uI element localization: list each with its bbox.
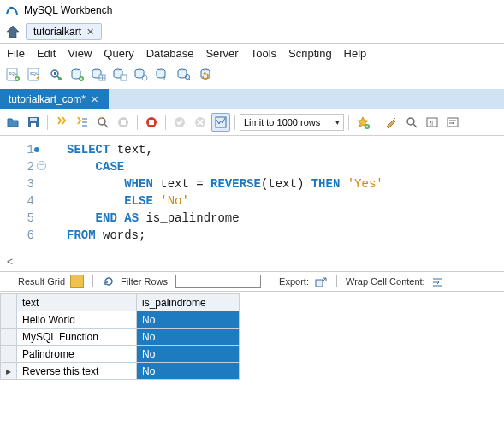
export-label: Export: [279,276,309,287]
svg-text:SQL: SQL [30,71,39,76]
svg-rect-26 [82,125,87,127]
svg-rect-23 [31,123,36,127]
sql-keyword: SELECT [67,143,110,157]
cell-text[interactable]: MySQL Function [17,328,137,346]
sql-keyword: CASE [96,160,125,174]
export-icon[interactable] [314,275,328,288]
table-row[interactable]: Hello World No [1,311,240,328]
connection-tab[interactable]: tutorialkart ✕ [26,23,102,40]
sql-keyword: THEN [311,177,341,191]
sql-editor[interactable]: 1 2− 3 4 5 6 SELECT text, CASE WHEN text… [0,136,504,252]
cell-is-palindrome[interactable]: No [137,363,240,380]
db-add-icon[interactable] [68,65,86,84]
menu-edit[interactable]: Edit [37,47,56,60]
wrap-cell-icon[interactable] [430,275,444,288]
cell-is-palindrome[interactable]: No [137,328,240,346]
explain-icon[interactable] [93,113,112,132]
table-row[interactable]: Palindrome No [1,346,240,363]
svg-rect-13 [121,75,127,80]
find-icon[interactable] [402,113,421,132]
separator [92,275,93,287]
save-icon[interactable] [24,113,43,132]
limit-rows-select[interactable]: Limit to 1000 rows ▾ [240,114,344,131]
separator [377,115,377,130]
wrap-icon[interactable] [443,113,462,132]
home-icon[interactable] [3,22,22,41]
autocommit-icon[interactable] [211,113,230,132]
editor-tab[interactable]: tutorialkart_com* ✕ [2,89,107,110]
menu-server[interactable]: Server [205,47,238,60]
connection-tab-label: tutorialkart [33,26,81,38]
filter-rows-input[interactable] [175,275,261,288]
result-grid-label: Result Grid [18,276,65,287]
open-file-icon[interactable] [3,113,22,132]
cell-text[interactable]: Hello World [17,311,137,328]
column-header-is-palindrome[interactable]: is_palindrome [137,294,240,311]
app-title: MySQL Workbench [24,4,112,16]
db-table-icon[interactable] [89,65,108,84]
result-grid-icon[interactable] [70,275,84,288]
menu-database[interactable]: Database [146,47,194,60]
horizontal-scroll-left-icon[interactable]: < [0,252,504,271]
db-search-icon[interactable] [175,65,193,84]
menu-bar: File Edit View Query Database Server Too… [0,44,504,63]
header-row: text is_palindrome [1,294,240,311]
svg-rect-22 [30,118,37,121]
svg-point-36 [407,118,414,125]
fold-icon[interactable]: − [37,161,46,170]
title-bar: MySQL Workbench [0,0,504,21]
sql-keyword: ELSE [124,194,153,208]
cell-is-palindrome[interactable]: No [137,346,240,363]
wrap-cell-label: Wrap Cell Content: [346,276,425,287]
table-row[interactable]: MySQL Function No [1,328,240,346]
menu-tools[interactable]: Tools [251,47,276,60]
close-icon[interactable]: ✕ [91,94,98,105]
table-row[interactable]: ▸ Reverse this text No [1,363,240,380]
sql-ident: text [153,177,196,191]
menu-view[interactable]: View [68,47,92,60]
separator [234,115,235,130]
favorite-icon[interactable] [353,113,372,132]
stop-on-error-icon[interactable] [142,113,161,132]
beautify-icon[interactable] [382,113,400,132]
db-func-icon[interactable]: f [153,65,172,84]
inspector-icon[interactable] [46,65,65,84]
line-number: 3 [27,177,34,191]
open-sql-icon[interactable]: SQL [25,65,44,84]
column-header-text[interactable]: text [17,294,137,311]
code-area[interactable]: SELECT text, CASE WHEN text = REVERSE(te… [43,141,383,244]
result-grid[interactable]: text is_palindrome Hello World No MySQL … [0,293,240,380]
sql-string: 'No' [153,194,189,208]
separator [270,275,270,287]
db-proc-icon[interactable] [132,65,151,84]
invisible-chars-icon[interactable]: ¶ [423,113,442,132]
row-header-current[interactable]: ▸ [1,363,17,380]
line-gutter: 1 2− 3 4 5 6 [0,141,43,244]
cell-text[interactable]: Palindrome [17,346,137,363]
editor-tab-label: tutorialkart_com* [9,93,86,105]
refresh-icon[interactable] [102,275,116,288]
row-header[interactable] [1,346,17,363]
svg-point-15 [142,75,147,80]
db-view-icon[interactable] [110,65,129,84]
row-header[interactable] [1,311,17,328]
new-sql-tab-icon[interactable]: SQL [3,65,22,84]
svg-point-27 [98,118,105,125]
svg-text:f: f [163,74,166,82]
row-header[interactable] [1,328,17,346]
rollback-disabled-icon [191,113,210,132]
menu-query[interactable]: Query [104,47,133,60]
sql-string: 'Yes' [340,177,382,191]
editor-tabs: tutorialkart_com* ✕ [0,89,504,110]
execute-icon[interactable] [52,113,71,132]
close-icon[interactable]: ✕ [86,27,94,38]
execute-current-icon[interactable] [73,113,92,132]
menu-scripting[interactable]: Scripting [288,47,332,60]
svg-text:¶: ¶ [430,119,433,127]
line-number: 5 [27,211,34,225]
cell-is-palindrome[interactable]: No [137,311,240,328]
menu-file[interactable]: File [7,47,25,60]
db-reconnect-icon[interactable] [196,65,215,84]
cell-text[interactable]: Reverse this text [17,363,137,380]
menu-help[interactable]: Help [344,47,367,60]
